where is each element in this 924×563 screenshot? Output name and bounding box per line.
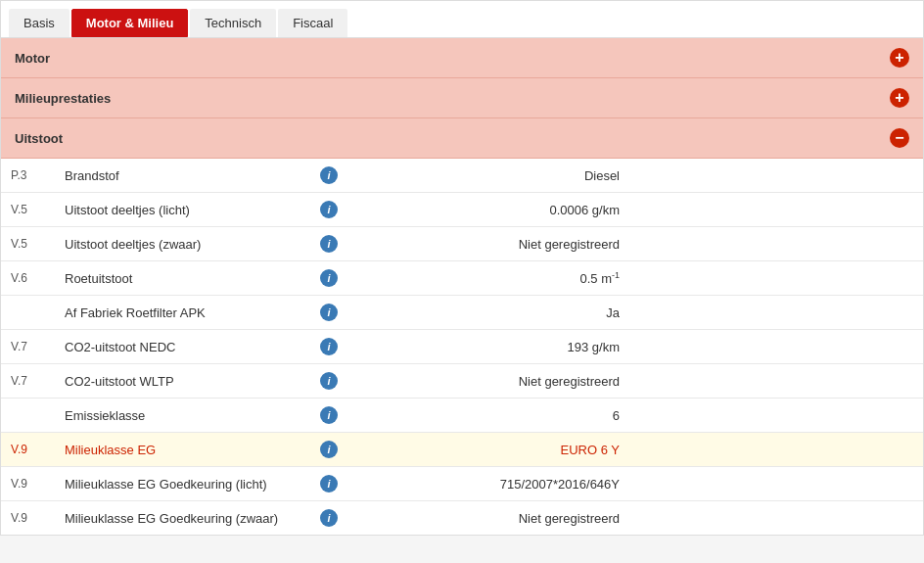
- table-row: V.7CO2-uitstoot WLTPiNiet geregistreerd: [1, 364, 923, 399]
- info-icon[interactable]: i: [320, 338, 338, 355]
- table-row: V.9Milieuklasse EG Goedkeuring (licht)i7…: [1, 467, 923, 501]
- row-spacer: [629, 467, 923, 501]
- section-milieuprestaties[interactable]: Milieuprestaties +: [1, 78, 923, 118]
- section-motor-title: Motor: [15, 51, 50, 66]
- row-info[interactable]: i: [309, 159, 348, 193]
- main-container: BasisMotor & MilieuTechnischFiscaal Moto…: [0, 0, 924, 536]
- row-code: [1, 296, 55, 330]
- row-code: V.6: [1, 261, 55, 296]
- row-info[interactable]: i: [309, 433, 348, 467]
- row-code: V.9: [1, 467, 55, 501]
- table-row: V.6Roetuitstooti0.5 m-1: [1, 261, 923, 296]
- section-uitstoot[interactable]: Uitstoot −: [1, 118, 923, 159]
- row-value: 0.5 m-1: [348, 261, 629, 296]
- row-info[interactable]: i: [309, 364, 348, 399]
- row-label: Brandstof: [55, 159, 309, 193]
- row-info[interactable]: i: [309, 227, 348, 261]
- row-info[interactable]: i: [309, 261, 348, 296]
- table-row: V.5Uitstoot deeltjes (zwaar)iNiet geregi…: [1, 227, 923, 261]
- row-value: Niet geregistreerd: [348, 227, 629, 261]
- row-code: V.9: [1, 433, 55, 467]
- row-info[interactable]: i: [309, 330, 348, 364]
- row-label: Milieuklasse EG: [55, 433, 309, 467]
- row-value: 193 g/km: [348, 330, 629, 364]
- row-spacer: [629, 261, 923, 296]
- row-label: Af Fabriek Roetfilter APK: [55, 296, 309, 330]
- row-label: CO2-uitstoot NEDC: [55, 330, 309, 364]
- info-icon[interactable]: i: [320, 269, 338, 287]
- sections-container: Motor + Milieuprestaties + Uitstoot −: [1, 38, 923, 159]
- tab-bar: BasisMotor & MilieuTechnischFiscaal: [1, 1, 923, 38]
- info-icon[interactable]: i: [320, 441, 338, 458]
- row-info[interactable]: i: [309, 296, 348, 330]
- info-icon[interactable]: i: [320, 201, 338, 218]
- row-code: V.7: [1, 364, 55, 399]
- row-label: Milieuklasse EG Goedkeuring (licht): [55, 467, 309, 501]
- row-info[interactable]: i: [309, 399, 348, 433]
- row-label: Roetuitstoot: [55, 261, 309, 296]
- row-label: CO2-uitstoot WLTP: [55, 364, 309, 399]
- row-value: 0.0006 g/km: [348, 193, 629, 227]
- info-icon[interactable]: i: [320, 235, 338, 253]
- table-row: V.7CO2-uitstoot NEDCi193 g/km: [1, 330, 923, 364]
- tab-technisch[interactable]: Technisch: [190, 9, 276, 37]
- row-spacer: [629, 501, 923, 536]
- info-icon[interactable]: i: [320, 166, 338, 184]
- row-value: 715/2007*2016/646Y: [348, 467, 629, 501]
- info-icon[interactable]: i: [320, 475, 338, 493]
- row-label: Uitstoot deeltjes (zwaar): [55, 227, 309, 261]
- row-label: Milieuklasse EG Goedkeuring (zwaar): [55, 501, 309, 536]
- table-row: P.3BrandstofiDiesel: [1, 159, 923, 193]
- info-icon[interactable]: i: [320, 304, 338, 321]
- info-icon[interactable]: i: [320, 372, 338, 390]
- section-motor[interactable]: Motor +: [1, 38, 923, 78]
- data-table: P.3BrandstofiDieselV.5Uitstoot deeltjes …: [1, 159, 923, 535]
- row-label: Uitstoot deeltjes (licht): [55, 193, 309, 227]
- row-code: V.9: [1, 501, 55, 536]
- row-label: Emissieklasse: [55, 399, 309, 433]
- row-value: Diesel: [348, 159, 629, 193]
- row-info[interactable]: i: [309, 467, 348, 501]
- section-motor-icon: +: [890, 48, 909, 68]
- section-milieuprestaties-icon: +: [890, 88, 909, 108]
- table-row: Emissieklassei6: [1, 399, 923, 433]
- row-value: Ja: [348, 296, 629, 330]
- info-icon[interactable]: i: [320, 406, 338, 424]
- row-spacer: [629, 330, 923, 364]
- row-spacer: [629, 227, 923, 261]
- row-spacer: [629, 433, 923, 467]
- tab-fiscaal[interactable]: Fiscaal: [278, 9, 347, 37]
- tab-basis[interactable]: Basis: [9, 9, 69, 37]
- table-row: Af Fabriek Roetfilter APKiJa: [1, 296, 923, 330]
- row-spacer: [629, 296, 923, 330]
- row-info[interactable]: i: [309, 193, 348, 227]
- row-code: P.3: [1, 159, 55, 193]
- row-spacer: [629, 159, 923, 193]
- row-code: [1, 399, 55, 433]
- row-code: V.5: [1, 193, 55, 227]
- section-uitstoot-title: Uitstoot: [15, 131, 63, 146]
- table-row: V.9Milieuklasse EGiEURO 6 Y: [1, 433, 923, 467]
- tab-motor---milieu[interactable]: Motor & Milieu: [71, 9, 189, 37]
- row-value: Niet geregistreerd: [348, 364, 629, 399]
- table-row: V.9Milieuklasse EG Goedkeuring (zwaar)iN…: [1, 501, 923, 536]
- row-spacer: [629, 364, 923, 399]
- row-value: EURO 6 Y: [348, 433, 629, 467]
- row-info[interactable]: i: [309, 501, 348, 536]
- row-value: Niet geregistreerd: [348, 501, 629, 536]
- row-spacer: [629, 193, 923, 227]
- section-uitstoot-icon: −: [890, 128, 909, 148]
- section-milieuprestaties-title: Milieuprestaties: [15, 91, 111, 106]
- row-spacer: [629, 399, 923, 433]
- row-code: V.7: [1, 330, 55, 364]
- row-code: V.5: [1, 227, 55, 261]
- table-row: V.5Uitstoot deeltjes (licht)i0.0006 g/km: [1, 193, 923, 227]
- row-value: 6: [348, 399, 629, 433]
- info-icon[interactable]: i: [320, 509, 338, 527]
